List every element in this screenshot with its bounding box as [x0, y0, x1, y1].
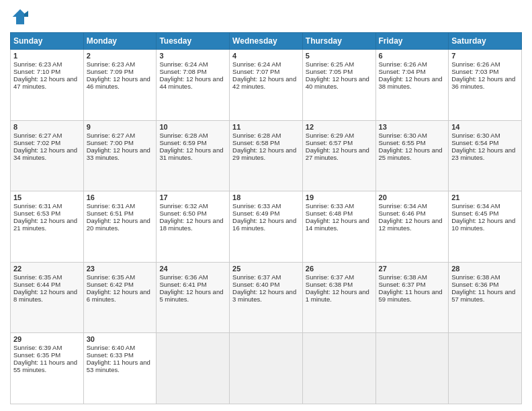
daylight-label: Daylight: 11 hours and 57 minutes.: [451, 288, 515, 303]
sunset-label: Sunset: 7:07 PM: [232, 68, 279, 75]
sunrise-label: Sunrise: 6:26 AM: [451, 60, 500, 68]
daylight-label: Daylight: 12 hours and 1 minute.: [306, 288, 369, 303]
sunset-label: Sunset: 6:57 PM: [306, 139, 353, 146]
day-number: 15: [13, 193, 81, 201]
sunrise-label: Sunrise: 6:27 AM: [87, 132, 135, 139]
daylight-label: Daylight: 12 hours and 16 minutes.: [232, 217, 296, 232]
day-number: 22: [13, 265, 81, 273]
sunrise-label: Sunrise: 6:24 AM: [232, 60, 281, 68]
sunset-label: Sunset: 7:10 PM: [13, 68, 60, 75]
calendar-cell: 17Sunrise: 6:32 AMSunset: 6:50 PMDayligh…: [157, 191, 230, 263]
sunrise-label: Sunrise: 6:38 AM: [451, 273, 500, 281]
daylight-label: Daylight: 12 hours and 25 minutes.: [379, 146, 443, 161]
sunrise-label: Sunrise: 6:23 AM: [13, 60, 62, 68]
calendar-cell: [302, 333, 375, 404]
sunset-label: Sunset: 6:36 PM: [451, 281, 498, 288]
sunset-label: Sunset: 6:42 PM: [87, 281, 134, 288]
calendar-week-row: 1Sunrise: 6:23 AMSunset: 7:10 PMDaylight…: [11, 50, 522, 121]
calendar-header-friday: Friday: [375, 33, 449, 50]
calendar-table: SundayMondayTuesdayWednesdayThursdayFrid…: [10, 32, 522, 404]
day-number: 4: [232, 52, 300, 60]
sunset-label: Sunset: 6:48 PM: [306, 210, 353, 217]
day-number: 8: [13, 123, 81, 131]
header: [10, 7, 522, 27]
day-number: 26: [306, 265, 373, 273]
daylight-label: Daylight: 12 hours and 34 minutes.: [13, 146, 77, 161]
day-number: 6: [379, 52, 446, 60]
day-number: 11: [232, 123, 300, 131]
logo: [10, 7, 33, 27]
calendar-week-row: 22Sunrise: 6:35 AMSunset: 6:44 PMDayligh…: [11, 262, 522, 333]
calendar-cell: 20Sunrise: 6:34 AMSunset: 6:46 PMDayligh…: [375, 191, 449, 263]
daylight-label: Daylight: 12 hours and 8 minutes.: [13, 288, 77, 303]
day-number: 18: [232, 193, 300, 201]
sunset-label: Sunset: 6:44 PM: [13, 281, 60, 288]
calendar-header-sunday: Sunday: [11, 33, 84, 50]
calendar-cell: 4Sunrise: 6:24 AMSunset: 7:07 PMDaylight…: [230, 50, 303, 121]
calendar-cell: [230, 333, 303, 404]
calendar-cell: 28Sunrise: 6:38 AMSunset: 6:36 PMDayligh…: [449, 262, 522, 333]
day-number: 28: [451, 265, 519, 273]
sunset-label: Sunset: 7:02 PM: [13, 139, 60, 146]
day-number: 14: [451, 123, 519, 131]
calendar-cell: [375, 333, 449, 404]
calendar-cell: 1Sunrise: 6:23 AMSunset: 7:10 PMDaylight…: [11, 50, 84, 121]
sunset-label: Sunset: 6:33 PM: [87, 351, 134, 359]
sunrise-label: Sunrise: 6:40 AM: [87, 344, 135, 351]
calendar-cell: 9Sunrise: 6:27 AMSunset: 7:00 PMDaylight…: [83, 120, 157, 191]
sunrise-label: Sunrise: 6:30 AM: [451, 132, 500, 139]
calendar-cell: 10Sunrise: 6:28 AMSunset: 6:59 PMDayligh…: [157, 120, 230, 191]
day-number: 9: [87, 123, 154, 131]
daylight-label: Daylight: 12 hours and 47 minutes.: [13, 75, 77, 90]
sunrise-label: Sunrise: 6:35 AM: [87, 273, 135, 281]
day-number: 13: [379, 123, 446, 131]
sunrise-label: Sunrise: 6:30 AM: [379, 132, 427, 139]
sunset-label: Sunset: 7:05 PM: [306, 68, 353, 75]
daylight-label: Daylight: 12 hours and 3 minutes.: [232, 288, 296, 303]
sunrise-label: Sunrise: 6:35 AM: [13, 273, 62, 281]
daylight-label: Daylight: 11 hours and 53 minutes.: [87, 359, 150, 373]
calendar-cell: 8Sunrise: 6:27 AMSunset: 7:02 PMDaylight…: [11, 120, 84, 191]
sunrise-label: Sunrise: 6:34 AM: [379, 202, 427, 210]
calendar-cell: 24Sunrise: 6:36 AMSunset: 6:41 PMDayligh…: [157, 262, 230, 333]
sunset-label: Sunset: 7:03 PM: [451, 68, 498, 75]
sunset-label: Sunset: 6:40 PM: [232, 281, 279, 288]
day-number: 25: [232, 265, 300, 273]
sunset-label: Sunset: 7:00 PM: [87, 139, 134, 146]
calendar-header-saturday: Saturday: [449, 33, 522, 50]
sunset-label: Sunset: 6:38 PM: [306, 281, 353, 288]
calendar-cell: 12Sunrise: 6:29 AMSunset: 6:57 PMDayligh…: [302, 120, 375, 191]
calendar-cell: 11Sunrise: 6:28 AMSunset: 6:58 PMDayligh…: [230, 120, 303, 191]
sunrise-label: Sunrise: 6:37 AM: [306, 273, 354, 281]
calendar-cell: 5Sunrise: 6:25 AMSunset: 7:05 PMDaylight…: [302, 50, 375, 121]
sunset-label: Sunset: 6:41 PM: [159, 281, 206, 288]
sunrise-label: Sunrise: 6:32 AM: [159, 202, 208, 210]
day-number: 2: [87, 52, 154, 60]
daylight-label: Daylight: 12 hours and 27 minutes.: [306, 146, 369, 161]
sunset-label: Sunset: 6:59 PM: [159, 139, 206, 146]
sunset-label: Sunset: 6:46 PM: [379, 210, 426, 217]
calendar-cell: 26Sunrise: 6:37 AMSunset: 6:38 PMDayligh…: [302, 262, 375, 333]
sunrise-label: Sunrise: 6:27 AM: [13, 132, 62, 139]
sunset-label: Sunset: 6:58 PM: [232, 139, 279, 146]
daylight-label: Daylight: 12 hours and 46 minutes.: [87, 75, 150, 90]
daylight-label: Daylight: 12 hours and 36 minutes.: [451, 75, 515, 90]
calendar-header-wednesday: Wednesday: [230, 33, 303, 50]
day-number: 12: [306, 123, 373, 131]
sunrise-label: Sunrise: 6:31 AM: [87, 202, 135, 210]
day-number: 30: [87, 335, 154, 343]
sunset-label: Sunset: 7:08 PM: [159, 68, 206, 75]
calendar-cell: 6Sunrise: 6:26 AMSunset: 7:04 PMDaylight…: [375, 50, 449, 121]
sunrise-label: Sunrise: 6:26 AM: [379, 60, 427, 68]
daylight-label: Daylight: 12 hours and 33 minutes.: [87, 146, 150, 161]
calendar-cell: [449, 333, 522, 404]
sunset-label: Sunset: 6:35 PM: [13, 351, 60, 359]
sunrise-label: Sunrise: 6:34 AM: [451, 202, 500, 210]
calendar-cell: 29Sunrise: 6:39 AMSunset: 6:35 PMDayligh…: [11, 333, 84, 404]
calendar-week-row: 29Sunrise: 6:39 AMSunset: 6:35 PMDayligh…: [11, 333, 522, 404]
sunset-label: Sunset: 6:50 PM: [159, 210, 206, 217]
day-number: 29: [13, 335, 81, 343]
sunrise-label: Sunrise: 6:25 AM: [306, 60, 354, 68]
daylight-label: Daylight: 12 hours and 18 minutes.: [159, 217, 223, 232]
sunset-label: Sunset: 7:04 PM: [379, 68, 426, 75]
